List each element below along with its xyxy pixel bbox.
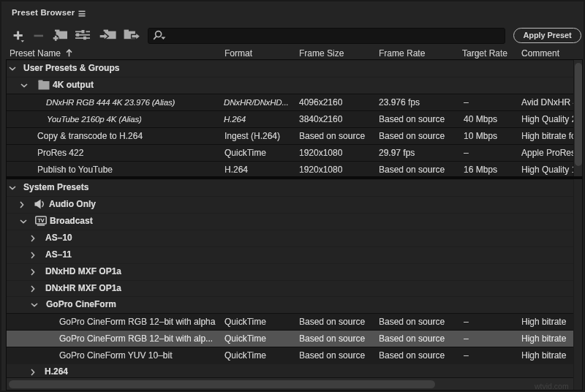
svg-text:TV: TV	[37, 217, 44, 224]
